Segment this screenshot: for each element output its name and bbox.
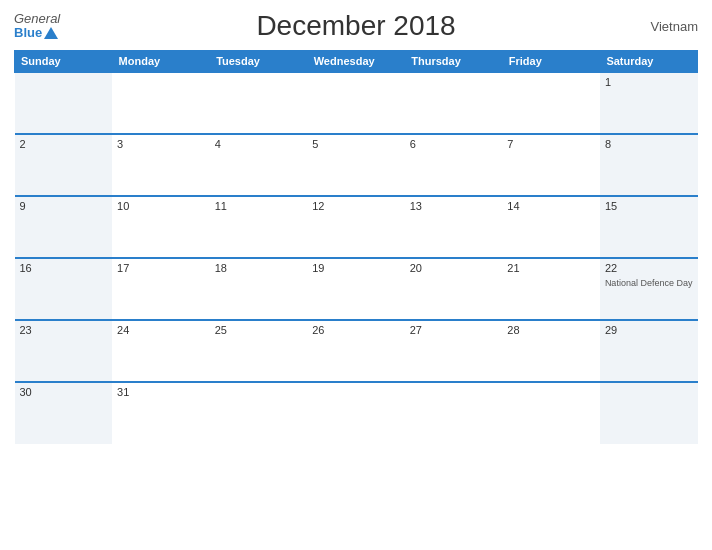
day-cell-2-6: 15 <box>600 196 698 258</box>
calendar-table: Sunday Monday Tuesday Wednesday Thursday… <box>14 50 698 444</box>
day-number-1-1: 3 <box>117 138 205 150</box>
weekday-header-row: Sunday Monday Tuesday Wednesday Thursday… <box>15 51 698 73</box>
day-cell-3-2: 18 <box>210 258 308 320</box>
header-monday: Monday <box>112 51 210 73</box>
day-number-3-6: 22 <box>605 262 693 274</box>
header-wednesday: Wednesday <box>307 51 405 73</box>
day-number-3-5: 21 <box>507 262 595 274</box>
header-saturday: Saturday <box>600 51 698 73</box>
calendar-container: General Blue December 2018 Vietnam Sunda… <box>0 0 712 550</box>
header-friday: Friday <box>502 51 600 73</box>
day-number-2-6: 15 <box>605 200 693 212</box>
day-number-1-0: 2 <box>20 138 108 150</box>
day-cell-4-3: 26 <box>307 320 405 382</box>
day-number-4-0: 23 <box>20 324 108 336</box>
calendar-header: General Blue December 2018 Vietnam <box>14 10 698 42</box>
day-cell-5-1: 31 <box>112 382 210 444</box>
day-number-1-5: 7 <box>507 138 595 150</box>
day-cell-1-2: 4 <box>210 134 308 196</box>
header-tuesday: Tuesday <box>210 51 308 73</box>
day-number-4-1: 24 <box>117 324 205 336</box>
week-row-3: 16171819202122National Defence Day <box>15 258 698 320</box>
logo-general-text: General <box>14 12 60 26</box>
day-cell-0-6: 1 <box>600 72 698 134</box>
day-cell-1-6: 8 <box>600 134 698 196</box>
day-cell-3-4: 20 <box>405 258 503 320</box>
logo: General Blue <box>14 12 60 41</box>
week-row-5: 3031 <box>15 382 698 444</box>
week-row-0: 1 <box>15 72 698 134</box>
day-number-2-2: 11 <box>215 200 303 212</box>
day-cell-3-1: 17 <box>112 258 210 320</box>
day-number-2-3: 12 <box>312 200 400 212</box>
day-number-2-5: 14 <box>507 200 595 212</box>
day-number-2-1: 10 <box>117 200 205 212</box>
day-cell-4-0: 23 <box>15 320 113 382</box>
day-cell-0-1 <box>112 72 210 134</box>
day-number-2-4: 13 <box>410 200 498 212</box>
day-cell-4-2: 25 <box>210 320 308 382</box>
day-number-3-4: 20 <box>410 262 498 274</box>
day-cell-3-0: 16 <box>15 258 113 320</box>
day-number-4-5: 28 <box>507 324 595 336</box>
day-number-4-4: 27 <box>410 324 498 336</box>
day-number-5-1: 31 <box>117 386 205 398</box>
header-sunday: Sunday <box>15 51 113 73</box>
day-cell-4-1: 24 <box>112 320 210 382</box>
day-cell-5-6 <box>600 382 698 444</box>
day-number-3-2: 18 <box>215 262 303 274</box>
day-cell-0-0 <box>15 72 113 134</box>
day-cell-1-5: 7 <box>502 134 600 196</box>
day-cell-0-4 <box>405 72 503 134</box>
day-cell-3-6: 22National Defence Day <box>600 258 698 320</box>
day-number-4-6: 29 <box>605 324 693 336</box>
day-cell-2-4: 13 <box>405 196 503 258</box>
day-number-1-3: 5 <box>312 138 400 150</box>
day-cell-1-1: 3 <box>112 134 210 196</box>
week-row-2: 9101112131415 <box>15 196 698 258</box>
day-cell-5-2 <box>210 382 308 444</box>
day-cell-0-3 <box>307 72 405 134</box>
day-cell-5-4 <box>405 382 503 444</box>
day-cell-4-6: 29 <box>600 320 698 382</box>
day-cell-5-3 <box>307 382 405 444</box>
day-cell-1-4: 6 <box>405 134 503 196</box>
day-cell-4-4: 27 <box>405 320 503 382</box>
day-number-4-3: 26 <box>312 324 400 336</box>
day-cell-0-2 <box>210 72 308 134</box>
day-cell-0-5 <box>502 72 600 134</box>
day-number-3-0: 16 <box>20 262 108 274</box>
day-cell-1-3: 5 <box>307 134 405 196</box>
day-cell-2-2: 11 <box>210 196 308 258</box>
month-title: December 2018 <box>256 10 455 42</box>
country-label: Vietnam <box>651 19 698 34</box>
day-cell-2-5: 14 <box>502 196 600 258</box>
day-cell-2-1: 10 <box>112 196 210 258</box>
day-cell-3-5: 21 <box>502 258 600 320</box>
day-number-3-3: 19 <box>312 262 400 274</box>
day-cell-5-5 <box>502 382 600 444</box>
holiday-text-3-6: National Defence Day <box>605 278 693 288</box>
day-cell-2-0: 9 <box>15 196 113 258</box>
week-row-1: 2345678 <box>15 134 698 196</box>
day-cell-5-0: 30 <box>15 382 113 444</box>
day-cell-1-0: 2 <box>15 134 113 196</box>
day-cell-4-5: 28 <box>502 320 600 382</box>
logo-triangle-icon <box>44 27 58 39</box>
day-number-1-4: 6 <box>410 138 498 150</box>
day-number-5-0: 30 <box>20 386 108 398</box>
day-number-1-6: 8 <box>605 138 693 150</box>
header-thursday: Thursday <box>405 51 503 73</box>
logo-blue-text: Blue <box>14 26 58 40</box>
day-number-1-2: 4 <box>215 138 303 150</box>
day-number-3-1: 17 <box>117 262 205 274</box>
day-cell-3-3: 19 <box>307 258 405 320</box>
week-row-4: 23242526272829 <box>15 320 698 382</box>
day-cell-2-3: 12 <box>307 196 405 258</box>
day-number-2-0: 9 <box>20 200 108 212</box>
day-number-4-2: 25 <box>215 324 303 336</box>
day-number-0-6: 1 <box>605 76 693 88</box>
